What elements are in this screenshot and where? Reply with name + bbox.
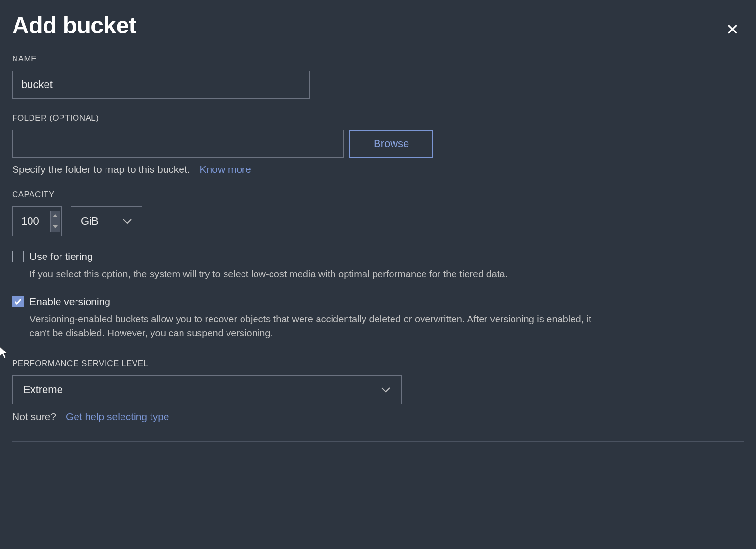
section-divider: [12, 441, 744, 442]
dialog-title: Add bucket: [12, 12, 136, 39]
psl-label: PERFORMANCE SERVICE LEVEL: [12, 359, 744, 368]
folder-helper-text: Specify the folder to map to this bucket…: [12, 164, 190, 175]
chevron-down-icon: [53, 225, 58, 228]
versioning-description: Versioning-enabled buckets allow you to …: [30, 312, 610, 340]
capacity-number-field[interactable]: [12, 206, 62, 236]
psl-select[interactable]: Extreme: [12, 375, 402, 404]
close-icon: ✕: [726, 21, 739, 38]
capacity-label: CAPACITY: [12, 190, 744, 199]
know-more-link[interactable]: Know more: [200, 164, 251, 175]
chevron-down-icon: [122, 218, 132, 224]
cursor-icon: [0, 347, 10, 359]
tiering-label: Use for tiering: [30, 251, 93, 262]
psl-help-link[interactable]: Get help selecting type: [66, 411, 169, 422]
stepper-up-button[interactable]: [51, 211, 60, 221]
capacity-input[interactable]: [13, 208, 50, 234]
name-input[interactable]: [12, 71, 310, 99]
versioning-label: Enable versioning: [30, 296, 110, 307]
chevron-down-icon: [381, 387, 391, 393]
tiering-checkbox[interactable]: [12, 251, 24, 262]
close-button[interactable]: ✕: [721, 19, 744, 40]
psl-helper-text: Not sure?: [12, 411, 56, 422]
folder-input[interactable]: [12, 130, 344, 158]
name-label: NAME: [12, 54, 744, 64]
stepper-down-button[interactable]: [51, 221, 60, 232]
versioning-checkbox[interactable]: [12, 296, 24, 307]
psl-value: Extreme: [23, 383, 63, 396]
tiering-description: If you select this option, the system wi…: [30, 267, 610, 281]
checkmark-icon: [14, 298, 22, 305]
browse-button[interactable]: Browse: [349, 130, 433, 158]
capacity-unit-value: GiB: [81, 215, 99, 228]
quantity-stepper[interactable]: [50, 211, 60, 232]
capacity-unit-select[interactable]: GiB: [71, 206, 142, 236]
chevron-up-icon: [53, 214, 58, 217]
folder-label: FOLDER (OPTIONAL): [12, 113, 744, 123]
